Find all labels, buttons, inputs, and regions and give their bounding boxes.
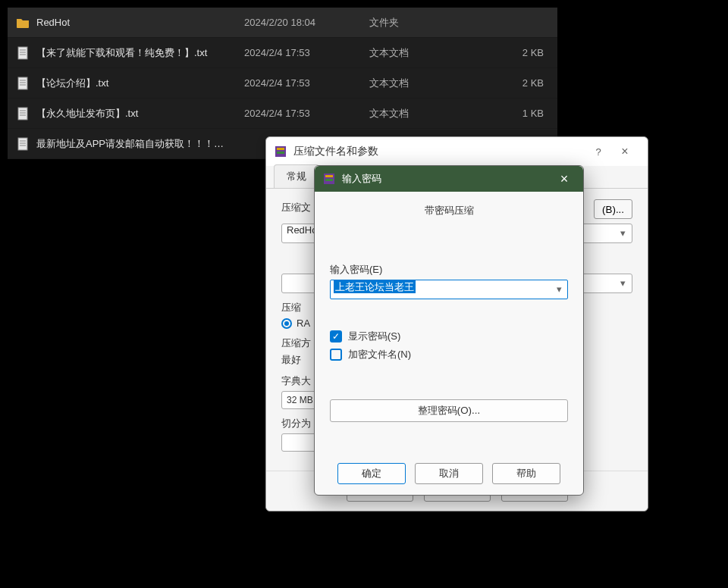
password-label: 输入密码(E) (330, 263, 568, 277)
file-type: 文件夹 (369, 16, 483, 30)
svg-rect-0 (18, 47, 27, 59)
close-icon[interactable]: × (610, 145, 640, 158)
dialog-titlebar[interactable]: 压缩文件名和参数 ? × (266, 137, 648, 166)
file-size: 2 KB (483, 47, 544, 58)
file-size: 2 KB (483, 77, 544, 89)
cancel-button[interactable]: 取消 (415, 463, 483, 484)
dialog-title: 输入密码 (342, 172, 381, 186)
radio-selected-icon (281, 318, 292, 329)
checkbox-checked-icon (330, 330, 342, 342)
file-type: 文本文档 (369, 77, 483, 90)
pwd-subtitle: 带密码压缩 (330, 204, 568, 217)
file-date: 2024/2/20 18:04 (244, 17, 369, 28)
ok-button[interactable]: 确定 (337, 463, 406, 484)
file-type: 文本文档 (369, 107, 483, 120)
file-type: 文本文档 (369, 46, 483, 60)
svg-rect-17 (277, 148, 284, 150)
browse-button[interactable]: (B)... (594, 199, 632, 219)
svg-rect-4 (18, 77, 27, 89)
close-icon[interactable]: × (553, 171, 576, 187)
file-date: 2024/2/4 17:53 (244, 47, 369, 58)
svg-rect-18 (277, 152, 284, 154)
file-name: 【永久地址发布页】.txt (32, 107, 244, 120)
file-name: RedHot (32, 17, 244, 28)
text-file-icon (14, 107, 32, 120)
enter-password-dialog: 输入密码 × 带密码压缩 输入密码(E) 上老王论坛当老王 显示密码(S) 加密… (314, 165, 584, 496)
file-date: 2024/2/4 17:53 (244, 77, 369, 89)
dialog-titlebar[interactable]: 输入密码 × (315, 166, 583, 192)
file-row[interactable]: 【来了就能下载和观看！纯免费！】.txt2024/2/4 17:53文本文档2 … (8, 38, 557, 68)
text-file-icon (14, 77, 32, 90)
file-size: 1 KB (483, 108, 544, 119)
folder-icon (14, 17, 32, 29)
checkbox-unchecked-icon (330, 349, 342, 361)
help-icon[interactable]: ? (587, 146, 610, 158)
svg-rect-20 (325, 175, 333, 177)
file-row[interactable]: 【论坛介绍】.txt2024/2/4 17:53文本文档2 KB (8, 68, 557, 99)
encrypt-filenames-checkbox[interactable]: 加密文件名(N) (330, 348, 568, 361)
winrar-icon (274, 145, 287, 158)
file-name: 最新地址及APP请发邮箱自动获取！！！… (32, 137, 244, 151)
dialog-title: 压缩文件名和参数 (293, 145, 587, 158)
tab-general[interactable]: 常规 (274, 164, 319, 188)
svg-rect-8 (18, 108, 27, 120)
svg-rect-21 (325, 179, 333, 181)
file-name: 【论坛介绍】.txt (32, 77, 244, 90)
text-file-icon (14, 137, 32, 151)
file-row[interactable]: RedHot2024/2/20 18:04文件夹 (8, 8, 557, 38)
svg-rect-12 (18, 138, 27, 150)
archive-name-label: 压缩文 (281, 201, 311, 214)
file-row[interactable]: 【永久地址发布页】.txt2024/2/4 17:53文本文档1 KB (8, 99, 557, 129)
winrar-icon (322, 172, 336, 186)
checkbox-label: 加密文件名(N) (348, 348, 411, 361)
dialog-button-row: 确定 取消 帮助 (315, 452, 583, 495)
password-input[interactable]: 上老王论坛当老王 (330, 280, 568, 299)
format-radio-label: RA (297, 317, 310, 329)
show-password-checkbox[interactable]: 显示密码(S) (330, 330, 568, 343)
file-name: 【来了就能下载和观看！纯免费！】.txt (32, 46, 244, 60)
manage-passwords-button[interactable]: 整理密码(O)... (330, 399, 568, 422)
checkbox-label: 显示密码(S) (348, 330, 400, 343)
text-file-icon (14, 46, 32, 60)
dialog-body: 带密码压缩 输入密码(E) 上老王论坛当老王 显示密码(S) 加密文件名(N) … (315, 192, 583, 452)
file-date: 2024/2/4 17:53 (244, 108, 369, 119)
password-combo[interactable]: 上老王论坛当老王 (330, 280, 568, 299)
help-button[interactable]: 帮助 (492, 463, 560, 484)
